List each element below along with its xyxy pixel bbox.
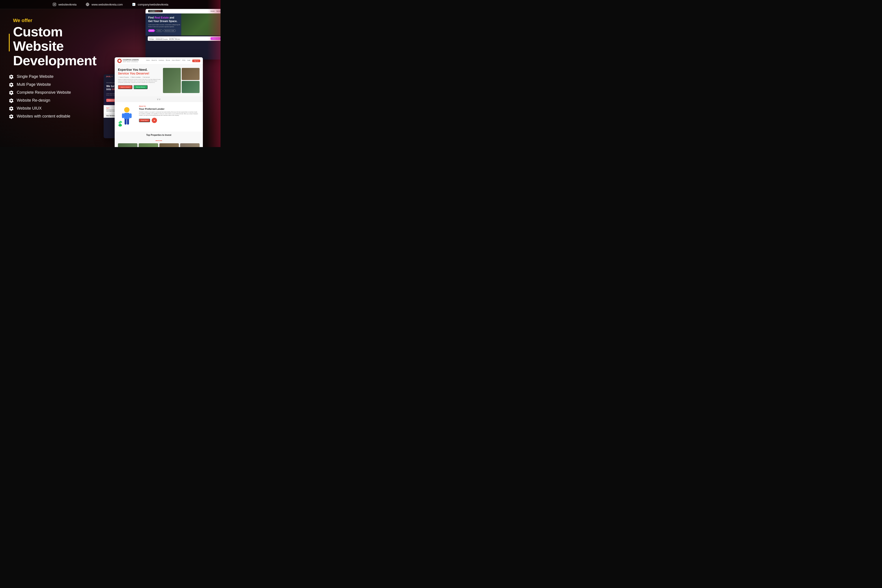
website-link[interactable]: www.websitevikreta.com	[86, 2, 123, 7]
about-label: About Us	[139, 105, 200, 107]
about-desc: Champion Lenders is an expert in commerc…	[139, 111, 200, 116]
gear-icon-1	[9, 74, 14, 79]
property-img-3	[182, 81, 200, 93]
service-item-4: Website Re-design	[9, 98, 112, 103]
gear-icon-4	[9, 98, 14, 103]
property-card-img-1	[118, 143, 137, 147]
lending-btns: Apply to Invest! Borrow Money	[118, 85, 161, 89]
main-title: Custom Website Development	[13, 24, 112, 68]
gear-icon-2	[9, 82, 14, 87]
instagram-icon	[52, 2, 57, 7]
side-gradient-decoration	[207, 0, 220, 147]
lending-hero-right	[163, 68, 200, 93]
re-tab-pocket[interactable]: Pocket	[148, 29, 155, 32]
hero-headline: We offer Custom Website Development	[9, 18, 112, 68]
lending-hero-title: Expertise You Need.Service You Deserve!	[118, 68, 161, 75]
gear-icon-6	[9, 114, 14, 119]
property-card-1: Los Angeles Residential 🛏 4%🚿 5% $3,890,…	[118, 143, 137, 147]
properties-grid: Los Angeles Residential 🛏 4%🚿 5% $3,890,…	[118, 143, 200, 147]
globe-icon	[86, 2, 90, 7]
lending-subtitle: ✓ Submit Property ✓ Wait to mediate ✓ Ge…	[118, 76, 161, 78]
service-item-3: Complete Responsive Website	[9, 90, 112, 95]
svg-rect-15	[124, 119, 127, 124]
re-property-type-field[interactable]: Property Type ∨ Residential Complex	[156, 37, 168, 40]
lending-divider: ∨∨	[115, 96, 203, 102]
svg-point-1	[54, 4, 55, 5]
svg-rect-16	[127, 119, 129, 124]
lending-about: About Us Your Preferred Lender Champion …	[115, 102, 203, 132]
lending-hero: Expertise You Need.Service You Deserve! …	[115, 64, 203, 96]
chevron-down-icon: ∨∨	[157, 98, 161, 101]
instagram-handle: websitevikreta	[58, 3, 76, 6]
we-offer-label: We offer	[13, 18, 112, 23]
gear-icon-5	[9, 106, 14, 111]
linkedin-icon: in	[132, 2, 136, 7]
property-img-2	[182, 68, 200, 80]
svg-rect-13	[122, 113, 124, 118]
yellow-accent-bar	[9, 34, 10, 51]
property-card-2: Los Angeles Residential 🛏 4%🚿 5% $3,890,…	[139, 143, 158, 147]
property-img-1	[163, 68, 181, 93]
linkedin-link[interactable]: in company/websitevikreta	[132, 2, 168, 7]
lending-nav-links: Home About Us Inventory Borrow How it Wo…	[146, 60, 200, 62]
svg-point-10	[118, 60, 121, 62]
property-card-img-3	[159, 143, 179, 147]
svg-rect-12	[124, 113, 129, 120]
instagram-link[interactable]: websitevikreta	[52, 2, 76, 7]
re-price-field[interactable]: Average Price ∨ $10,000 - $50,000	[169, 37, 180, 40]
re-logo: COZMOREALTY	[148, 10, 163, 12]
gear-icon-3	[9, 90, 14, 95]
svg-rect-24	[160, 141, 162, 141]
property-card-4: Los Angeles Residential 🛏 4%🚿 5% $3,890,…	[180, 143, 200, 147]
svg-rect-14	[129, 113, 132, 118]
lending-apply-btn[interactable]: Apply to Invest!	[118, 85, 132, 89]
about-text: About Us Your Preferred Lender Champion …	[139, 105, 200, 128]
property-card-img-4	[180, 143, 200, 147]
svg-text:in: in	[132, 4, 134, 5]
about-illustration	[118, 105, 136, 128]
lending-hero-left: Expertise You Need.Service You Deserve! …	[118, 68, 161, 93]
mkt-logo: JAXL ≡	[106, 75, 112, 78]
svg-marker-21	[154, 120, 155, 121]
svg-rect-0	[53, 3, 56, 6]
service-item-5: Website UIUX	[9, 106, 112, 111]
svg-rect-22	[156, 141, 158, 141]
right-panel: COZMOREALTY Home Services Find Real Esta…	[121, 11, 220, 147]
re-tab-active[interactable]: Active	[156, 29, 162, 32]
service-item-2: Multi Page Website	[9, 82, 112, 87]
about-title: Your Preferred Lender	[139, 108, 200, 110]
re-tab-business[interactable]: Business 4 sale	[164, 29, 176, 32]
top-properties-title: Top Properties to Invest	[118, 134, 200, 136]
top-header: websitevikreta www.websitevikreta.com in…	[0, 0, 220, 9]
lending-desc: Aliquam id digital investrust lore as du…	[118, 79, 161, 83]
lending-nav: CHAMPION LENDERSSMART MONEY EXPERIENCE H…	[115, 57, 203, 64]
svg-point-2	[55, 3, 56, 4]
svg-rect-23	[159, 140, 159, 141]
headline-text-block: We offer Custom Website Development	[13, 18, 112, 68]
lending-logo-text: CHAMPION LENDERSSMART MONEY EXPERIENCE	[123, 59, 139, 62]
svg-point-11	[124, 107, 129, 112]
services-list: Single Page Website Multi Page Website C…	[9, 74, 112, 119]
website-url: www.websitevikreta.com	[92, 3, 123, 6]
about-read-more-btn[interactable]: Read More	[139, 118, 150, 122]
lending-logo-area: CHAMPION LENDERSSMART MONEY EXPERIENCE	[117, 58, 139, 63]
main-content: We offer Custom Website Development Sing…	[0, 11, 220, 147]
property-card-3: Los Angeles Residential 🛏 4%🚿 5% $3,890,…	[159, 143, 179, 147]
left-panel: We offer Custom Website Development Sing…	[0, 11, 121, 147]
property-card-img-2	[139, 143, 158, 147]
linkedin-handle: company/websitevikreta	[138, 3, 168, 6]
top-properties-section: Top Properties to Invest Los Angeles Res…	[115, 132, 203, 147]
service-item-6: Websites with content editable	[9, 114, 112, 119]
lending-logo-icon	[117, 58, 122, 63]
lending-borrow-btn[interactable]: Borrow Money	[134, 85, 147, 89]
lending-signup-btn[interactable]: Sign up	[192, 60, 200, 62]
re-location-field[interactable]: Location ∨ Chicago	[149, 37, 154, 40]
lending-screenshot: CHAMPION LENDERSSMART MONEY EXPERIENCE H…	[115, 57, 203, 147]
service-item-1: Single Page Website	[9, 74, 112, 79]
